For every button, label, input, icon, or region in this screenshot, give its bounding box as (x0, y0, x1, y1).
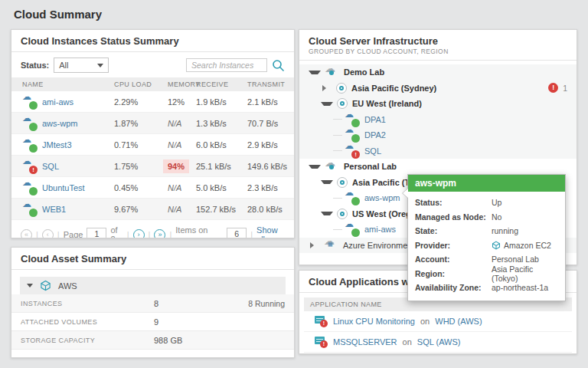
name-cell: ☁WEB1 (22, 202, 114, 217)
tree-connector (333, 198, 342, 199)
search-input[interactable] (186, 58, 267, 72)
cloud-summary-page: Cloud Summary Cloud Instances Status Sum… (0, 0, 588, 368)
show-all-link[interactable]: Show all (256, 225, 285, 238)
receive-cell: 1.3 kB/s (196, 119, 247, 128)
collapse-toggle-icon[interactable] (321, 212, 333, 215)
cpu-load-cell: 0.71% (114, 140, 168, 150)
instance-name-link[interactable]: WEB1 (42, 205, 66, 214)
tooltip-label: Provider: (415, 241, 492, 250)
expand-toggle-icon[interactable] (322, 85, 332, 91)
name-cell: ☁aws-wpm (22, 116, 114, 131)
tooltip-label: Status: (415, 198, 492, 207)
asset-value: 9 (154, 317, 285, 327)
instances-table-body: ☁ami-aws2.29%12%1.9 kB/s2.1 kB/s☁aws-wpm… (11, 91, 294, 220)
tree-item-demo-lab[interactable]: ☁Demo Lab (299, 64, 577, 80)
instance-name-link[interactable]: UbuntuTest (42, 183, 85, 192)
panel-subtitle: GROUPED BY CLOUD ACCOUNT, REGION (299, 47, 577, 61)
instance-name-link[interactable]: SQL (42, 162, 59, 171)
node-link[interactable]: SQL (AWS) (417, 337, 461, 347)
separator: | (250, 230, 253, 238)
collapse-toggle-icon[interactable] (309, 71, 321, 74)
expand-toggle-icon[interactable] (310, 242, 320, 248)
tooltip-value: running (492, 226, 518, 235)
status-filter-select[interactable]: All (54, 58, 109, 73)
collapse-toggle-icon (27, 284, 33, 288)
na-value: N/A (168, 205, 181, 214)
cloud-glyph-icon: ☁ (22, 134, 31, 145)
status-up-icon (29, 101, 38, 110)
asset-row: STORAGE CAPACITY988 GB (11, 331, 294, 350)
instances-controls: Status: All (11, 52, 294, 77)
tooltip-row: Status:Up (415, 196, 558, 210)
tooltip-value: Up (492, 198, 501, 207)
tree-connector (333, 135, 342, 136)
memory-cell: 94% (168, 162, 196, 171)
node-link[interactable]: WHD (AWS) (435, 317, 482, 326)
collapse-toggle-icon[interactable] (309, 165, 321, 169)
tooltip-arrow (402, 188, 408, 199)
application-row: !Linux CPU MonitoringonWHD (AWS) (304, 311, 572, 332)
column-header: CPU LOAD (114, 80, 168, 88)
tree-item-sql[interactable]: ☁!SQL (299, 143, 577, 159)
tooltip-value: Amazon EC2 (492, 241, 551, 250)
status-critical-icon: ! (351, 150, 360, 159)
tree-item-personal-lab[interactable]: ☁Personal Lab (299, 159, 577, 175)
application-link[interactable]: MSSQLSERVER (333, 337, 397, 347)
instance-name-link[interactable]: ami-aws (42, 97, 74, 107)
column-header: RECEIVE (196, 80, 247, 88)
collapse-toggle-icon[interactable] (321, 102, 333, 106)
items-per-page-input[interactable]: 6 (227, 228, 247, 238)
next-page-button[interactable]: › (133, 229, 145, 239)
tree-label: DPA2 (364, 130, 386, 140)
pagination: « | ‹ | Page 1 of 2 | › | » | Items on p… (11, 220, 294, 238)
tree-label: Asia Pacific (Sydney) (351, 84, 436, 93)
na-value: N/A (168, 119, 181, 128)
last-page-button[interactable]: » (154, 229, 165, 239)
region-icon (337, 98, 348, 109)
status-filter-value: All (59, 61, 68, 70)
tooltip-label: Account: (415, 255, 492, 264)
dropdown-caret-icon (97, 64, 103, 67)
tree-item-dpa2[interactable]: ☁DPA2 (299, 127, 577, 143)
cloud-glyph-icon: ☁ (22, 177, 31, 188)
asset-row: ATTACHED VOLUMES9 (11, 313, 294, 331)
prev-page-button[interactable]: ‹ (42, 229, 54, 239)
cloud-glyph-icon: ☁ (22, 113, 31, 123)
asset-label: INSTANCES (21, 300, 154, 307)
first-page-button[interactable]: « (21, 229, 32, 239)
cloud-instance-icon: ☁ (22, 180, 38, 196)
receive-cell: 5.0 kB/s (196, 183, 247, 192)
tree-item-dpa1[interactable]: ☁DPA1 (299, 112, 577, 128)
na-value: N/A (168, 183, 181, 192)
search-icon[interactable] (272, 59, 285, 72)
application-link[interactable]: Linux CPU Monitoring (333, 317, 415, 326)
transmit-cell: 2.9 kB/s (247, 140, 294, 150)
transmit-cell: 70.7 B/s (247, 119, 294, 128)
receive-cell: 1.9 kB/s (196, 97, 247, 107)
page-of-label: of 2 (110, 225, 122, 238)
instance-name-link[interactable]: JMtest3 (42, 140, 72, 150)
status-up-icon (29, 144, 38, 153)
transmit-cell: 28.0 kB/s (247, 205, 294, 214)
tree-label: DPA1 (364, 115, 386, 124)
cloud-account-icon: ☁ (325, 67, 339, 78)
aws-group-header[interactable]: AWS (20, 277, 286, 294)
asset-extra: 8 Running (248, 299, 285, 308)
app-alert-icon: ! (320, 340, 328, 348)
instance-name-link[interactable]: aws-wpm (42, 119, 77, 128)
separator: | (127, 230, 129, 238)
tree-item-asia-pacific-sydney-[interactable]: Asia Pacific (Sydney)!1 (299, 80, 577, 97)
tooltip-row: Region:Asia Pacific (Tokyo) (415, 267, 558, 281)
asset-label: STORAGE CAPACITY (21, 337, 154, 344)
na-value: N/A (168, 140, 181, 150)
collapse-toggle-icon[interactable] (321, 180, 333, 184)
tree-item-eu-west-ireland-[interactable]: EU West (Ireland) (299, 96, 577, 112)
page-input[interactable]: 1 (87, 228, 106, 238)
application-row: !MSSQLSERVERonSQL (AWS) (304, 332, 572, 353)
region-icon (337, 209, 348, 219)
tooltip-body: Status:UpManaged as Node:NoState:running… (408, 192, 565, 301)
region-icon (337, 177, 348, 188)
cloud-instance-icon: ☁ (22, 202, 38, 217)
receive-cell: 152.7 kB/s (196, 205, 247, 214)
application-icon: ! (315, 316, 328, 327)
